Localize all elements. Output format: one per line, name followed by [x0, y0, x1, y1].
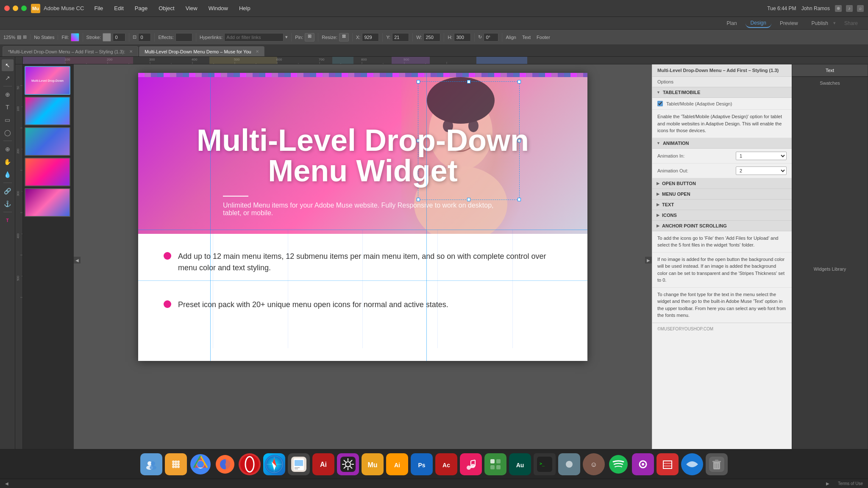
search-icon[interactable]: ⌕ — [857, 5, 864, 12]
crop-tool[interactable]: ⊕ — [2, 89, 14, 100]
selection-tool[interactable]: ↖ — [2, 59, 14, 71]
hand-tool[interactable]: ✋ — [2, 156, 14, 168]
scroll-right-arrow[interactable]: ▶ — [645, 257, 652, 263]
section-anchor-scrolling[interactable]: ▶ ANCHOR POINT SCROLLING — [652, 221, 792, 231]
svg-rect-121 — [490, 465, 495, 469]
v-ruler-svg: 50 100 200 300 400 500 — [15, 64, 23, 446]
pin-btn[interactable]: ⊞ — [305, 33, 314, 42]
dock-spotify[interactable] — [607, 453, 629, 475]
thumbnail-2[interactable] — [25, 97, 70, 125]
section-animation[interactable]: ▼ ANIMATION — [652, 138, 792, 149]
dock-terminal[interactable]: >_ — [534, 453, 556, 475]
dock-item-22[interactable] — [681, 453, 703, 475]
corner-value[interactable] — [138, 33, 151, 42]
plan-mode-btn[interactable]: Plan — [722, 19, 742, 28]
type-tool[interactable]: T — [2, 101, 14, 113]
text-frame-tool[interactable]: T — [2, 214, 14, 226]
dock-finder[interactable] — [140, 453, 162, 475]
dock-launchpad[interactable] — [165, 453, 187, 475]
dock-firefox[interactable] — [214, 453, 236, 475]
x-input[interactable]: 929 — [362, 33, 379, 42]
stroke-value[interactable]: 0 — [113, 33, 125, 42]
dock-chrome[interactable] — [189, 453, 211, 475]
animation-in-select[interactable]: 1 2 3 — [736, 152, 787, 160]
dock-trash[interactable] — [706, 453, 728, 475]
dock-acrobat[interactable]: Ai — [312, 453, 334, 475]
section-icons[interactable]: ▶ ICONS — [652, 210, 792, 221]
dock-item-17[interactable] — [558, 453, 580, 475]
dock-opera[interactable] — [239, 453, 261, 475]
tab-styling[interactable]: *Multi-Level Drop-Down Menu – Add First … — [3, 46, 138, 56]
tablet-checkbox[interactable] — [657, 101, 663, 106]
tab-styling-close[interactable]: ✕ — [129, 49, 133, 54]
share-mode-btn[interactable]: Share — [839, 19, 863, 28]
section-text[interactable]: ▶ TEXT — [652, 200, 792, 210]
footer-label[interactable]: Footer — [537, 35, 550, 40]
close-button[interactable] — [4, 6, 10, 11]
w-input[interactable]: 250 — [423, 33, 440, 42]
scroll-left-arrow[interactable]: ◀ — [74, 257, 81, 263]
h-input[interactable]: 300 — [454, 33, 471, 42]
link-tool[interactable]: 🔗 — [2, 185, 14, 197]
menu-view[interactable]: View — [184, 4, 199, 12]
dock-music[interactable] — [460, 453, 482, 475]
dock-item-18[interactable]: ☺ — [583, 453, 605, 475]
menu-page[interactable]: Page — [133, 4, 149, 12]
thumbnail-4[interactable] — [25, 158, 70, 186]
hyperlinks-input[interactable] — [224, 33, 284, 42]
tab-demo[interactable]: Multi-Level Drop-Down Menu Demo – Muse f… — [139, 46, 264, 56]
menu-file[interactable]: File — [92, 4, 105, 12]
preview-mode-btn[interactable]: Preview — [775, 19, 803, 28]
dock-safari[interactable] — [263, 453, 285, 475]
dock-preview[interactable] — [288, 453, 310, 475]
fill-color[interactable] — [71, 33, 79, 42]
y-input[interactable]: 21 — [392, 33, 409, 42]
section-open-button[interactable]: ▶ OPEN BUTTON — [652, 178, 792, 189]
toolbar-icon1: ▤ — [17, 34, 21, 40]
rp-tab-swatches[interactable]: Swatches — [792, 77, 868, 263]
dock-illustrator[interactable]: Ai — [386, 453, 408, 475]
canvas-area[interactable]: Multi-Level Drop-Down Menu Widget Unlimi… — [74, 64, 652, 449]
ellipse-tool[interactable]: ◯ — [2, 127, 14, 139]
dock-item-20[interactable] — [632, 453, 654, 475]
traffic-lights[interactable] — [4, 6, 27, 11]
publish-mode-btn[interactable]: Publish — [807, 19, 833, 28]
dock-numbers[interactable] — [484, 453, 506, 475]
minimize-button[interactable] — [13, 6, 18, 11]
dock-photoshop[interactable]: Ps — [411, 453, 433, 475]
menu-window[interactable]: Window — [207, 4, 230, 12]
align-label[interactable]: Align — [506, 35, 516, 40]
dock-filezilla[interactable] — [657, 453, 679, 475]
anchor-tool[interactable]: ⚓ — [2, 198, 14, 210]
maximize-button[interactable] — [21, 6, 27, 11]
animation-out-select[interactable]: 1 2 — [736, 166, 787, 175]
design-mode-btn[interactable]: Design — [746, 19, 771, 28]
hyperlinks-dropdown-arrow[interactable]: ▾ — [285, 34, 288, 40]
thumbnail-3[interactable] — [25, 127, 70, 156]
section-tablet-mobile[interactable]: ▼ TABLET/MOBILE — [652, 87, 792, 98]
tab-demo-close[interactable]: ✕ — [256, 49, 259, 54]
rectangle-tool[interactable]: ▭ — [2, 114, 14, 126]
effects-value[interactable]: 100% — [175, 33, 192, 42]
tab-bar: *Multi-Level Drop-Down Menu – Add First … — [0, 45, 868, 57]
resize-btn[interactable]: ⊠ — [339, 33, 349, 42]
dock-reader[interactable]: Ac — [435, 453, 457, 475]
rotate-input[interactable] — [484, 33, 498, 42]
zoom-tool[interactable]: ⊕ — [2, 143, 14, 155]
rp-tab-widgets[interactable]: Widgets Library — [792, 263, 868, 449]
stroke-color[interactable] — [103, 33, 111, 42]
dock-audition[interactable]: Au — [509, 453, 531, 475]
rp-tab-text[interactable]: Text — [792, 64, 868, 76]
menu-help[interactable]: Help — [237, 4, 252, 12]
direct-select-tool[interactable]: ↗ — [2, 72, 14, 84]
text-label[interactable]: Text — [522, 35, 531, 40]
dock-photos[interactable] — [337, 453, 359, 475]
thumbnail-5[interactable] — [25, 188, 70, 217]
dock-muse[interactable]: Mu — [362, 453, 384, 475]
menu-edit[interactable]: Edit — [112, 4, 125, 12]
eyedropper-tool[interactable]: 💧 — [2, 169, 14, 180]
terms-of-use[interactable]: Terms of Use — [838, 481, 863, 486]
menu-object[interactable]: Object — [157, 4, 176, 12]
section-menu-open[interactable]: ▶ MENU OPEN — [652, 189, 792, 200]
thumbnail-1[interactable]: Multi-Level Drop-Down — [25, 66, 70, 95]
